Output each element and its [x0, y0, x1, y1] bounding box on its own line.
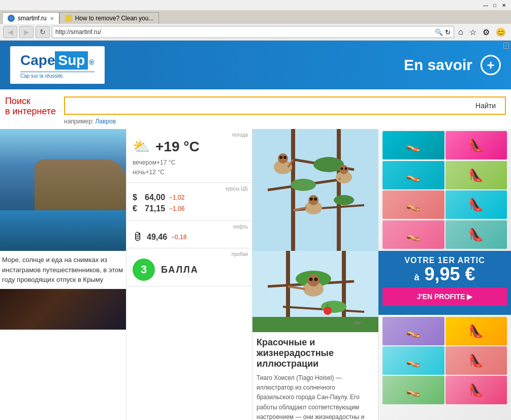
back-button[interactable]: ◀: [3, 26, 17, 38]
ad-column: 👡 👠 👡 👠 👡 👠 👡 👠 VOTRE 1ER ARTIC à 9,95 €: [378, 129, 511, 420]
weather-widget: погода ⛅ +19 °С вечером+17 °С ночь+12 °С: [126, 129, 252, 183]
svg-point-12: [283, 156, 286, 159]
tab-close-btn[interactable]: ✕: [50, 16, 54, 21]
tab2-label: How to remove? Clean you...: [75, 15, 154, 22]
ad-promo: VOTRE 1ER ARTIC à 9,95 € J'EN PROFITE ▶: [378, 251, 511, 315]
svg-point-15: [339, 165, 348, 174]
weather-details: вечером+17 °С ночь+12 °С: [133, 158, 246, 177]
oil-widget: нефть 🛢 49,46 −0,18: [126, 221, 252, 248]
illus-body: Тиаго Хоисел (Tiago Hoisel) — иллюстрато…: [257, 373, 374, 420]
news-image-crimea: [0, 129, 126, 251]
svg-point-34: [314, 278, 318, 281]
svg-point-36: [324, 307, 332, 315]
shoe10: 👠: [445, 317, 507, 345]
banner-en-savoir: En savoir: [404, 56, 472, 74]
svg-point-20: [308, 195, 318, 205]
refresh-button[interactable]: ↻: [36, 26, 50, 38]
toolbar-icons: ⌂ ☆ ⚙ 😊: [456, 27, 508, 37]
svg-point-6: [313, 157, 344, 172]
traffic-label: пробки: [232, 251, 248, 257]
maximize-btn[interactable]: □: [492, 2, 498, 8]
shoe7: 👡: [382, 220, 444, 249]
illustration-column: Hoi Красочные и жизнерадостные иллюстрац…: [252, 129, 378, 420]
weather-main: ⛅ +19 °С: [133, 138, 246, 155]
search-box-row: Найти: [64, 96, 506, 115]
home-icon[interactable]: ⌂: [456, 27, 465, 37]
forward-button[interactable]: ▶: [19, 26, 34, 38]
shoe9: 👡: [382, 317, 444, 345]
sea-shape: [0, 210, 126, 251]
svg-point-10: [278, 153, 288, 164]
sloth-svg2: Hoi: [252, 251, 378, 332]
weather-temp: +19 °С: [155, 139, 200, 155]
svg-point-32: [307, 274, 320, 286]
traffic-main: 3 БАЛЛА: [133, 259, 246, 281]
minimize-btn[interactable]: —: [483, 2, 489, 8]
search-input[interactable]: [64, 96, 466, 115]
banner-close[interactable]: ×: [503, 43, 509, 49]
currency-widget: курсы ЦБ $ 64,00 −1,02 € 71,15 −1,06: [126, 183, 252, 221]
svg-point-8: [334, 195, 354, 205]
shoe5: 👡: [382, 190, 444, 219]
svg-point-7: [291, 179, 316, 191]
shoe8: 👠: [445, 220, 507, 249]
traffic-widget: пробки 3 БАЛЛА: [126, 248, 252, 286]
search-icon: 🔍: [435, 28, 443, 36]
close-btn[interactable]: ✕: [501, 2, 507, 8]
banner-ad[interactable]: Cape Sup ® Cap sur la réussite. En savoi…: [0, 41, 511, 89]
svg-point-11: [279, 156, 282, 159]
ad-shoes-bottom: 👡 👠 👡 👠 👡 👠: [378, 315, 511, 420]
banner-tagline: Cap sur la réussite.: [20, 72, 94, 79]
shoe2: 👠: [445, 131, 507, 159]
address-bar[interactable]: http://smartinf.ru/ 🔍 ↻: [52, 26, 454, 38]
refresh-icon: ↻: [445, 28, 451, 36]
shoe6: 👠: [445, 190, 507, 219]
currency-items: $ 64,00 −1,02 € 71,15 −1,06: [133, 193, 246, 213]
shoe1: 👡: [382, 131, 444, 159]
address-icons: 🔍 ↻: [435, 28, 451, 36]
search-title: Поиск в интернете: [5, 96, 56, 117]
browser-window: — □ ✕ smartinf.ru ✕ How to remove? Clean…: [0, 0, 511, 420]
banner-logo: Cape Sup ® Cap sur la réussite.: [10, 46, 105, 84]
gear-icon[interactable]: ⚙: [481, 27, 492, 37]
ad-cta-button[interactable]: J'EN PROFITE ▶: [382, 287, 507, 306]
widgets-column: погода ⛅ +19 °С вечером+17 °С ночь+12 °С…: [126, 129, 252, 420]
ad-shoes-top: 👡 👠 👡 👠 👡 👠 👡 👠: [378, 129, 511, 251]
illus-text: Красочные и жизнерадостные иллюстрации Т…: [252, 332, 378, 420]
usd-item: $ 64,00 −1,02: [133, 193, 246, 202]
svg-point-22: [314, 198, 317, 201]
traffic-score: 3: [133, 259, 155, 281]
weather-icon: ⛅: [133, 138, 150, 155]
illus-bottom-image: Hoi: [252, 251, 378, 332]
search-example-link[interactable]: Лавров: [95, 118, 116, 125]
tab-label: smartinf.ru: [18, 15, 47, 22]
news-caption[interactable]: Море, солнце и еда на снимках из инстагр…: [0, 251, 126, 289]
oil-icon: 🛢: [133, 231, 143, 243]
svg-text:Hoi: Hoi: [354, 320, 362, 326]
illus-top-image: [252, 129, 378, 251]
star-icon[interactable]: ☆: [467, 27, 478, 37]
svg-point-16: [341, 168, 343, 170]
svg-point-17: [345, 168, 347, 170]
shoe13: 👡: [382, 376, 444, 404]
eur-item: € 71,15 −1,06: [133, 204, 246, 213]
search-area: Поиск в интернете Найти например: Лавров: [0, 89, 511, 129]
svg-point-33: [309, 278, 313, 281]
tab-how-to-remove[interactable]: How to remove? Clean you...: [59, 12, 159, 24]
emoji-icon: 😊: [494, 27, 508, 37]
shoe11: 👡: [382, 346, 444, 375]
search-form: Найти например: Лавров: [64, 96, 506, 125]
weather-label: погода: [232, 132, 248, 138]
shoe4: 👠: [445, 161, 507, 189]
search-button[interactable]: Найти: [466, 96, 506, 115]
oil-label: нефть: [233, 224, 248, 230]
tab-favicon: [8, 15, 15, 22]
oil-item: 🛢 49,46 −0,18: [133, 231, 246, 243]
tab-smartinf[interactable]: smartinf.ru ✕: [2, 12, 59, 24]
shoe14: 👠: [445, 376, 507, 404]
banner-plus-btn[interactable]: +: [481, 55, 501, 75]
tab-bar: smartinf.ru ✕ How to remove? Clean you..…: [0, 10, 511, 24]
illus-title[interactable]: Красочные и жизнерадостные иллюстрации: [257, 337, 374, 369]
news-image2: [0, 289, 126, 330]
nav-bar: ◀ ▶ ↻ http://smartinf.ru/ 🔍 ↻ ⌂ ☆ ⚙ 😊: [0, 24, 511, 41]
